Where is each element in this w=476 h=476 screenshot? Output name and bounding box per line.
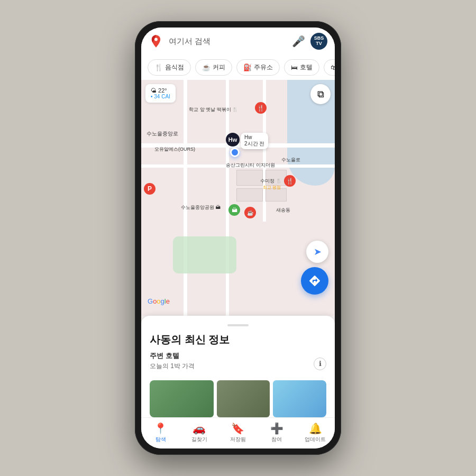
map-label-park: 수노을중앙공원 🏔 [181,204,221,211]
food-icon-marker-2: 🍴 [284,175,296,187]
park-icon-marker: 🏔 [228,204,240,216]
category-gas[interactable]: ⛽ 주유소 [236,59,280,76]
hotel-info-row: 주변 호텔 오늘의 1박 가격 ℹ [150,351,326,376]
building-block-1 [236,170,263,186]
road-vertical-2 [226,80,229,316]
svg-point-0 [154,38,158,41]
google-watermark: Google [148,297,170,305]
phone-device: 여기서 검색 🎤 SBS TV 🍴 음식점 ☕ 커피 ⛽ 주유소 🛏 호텔 [135,21,341,455]
category-coffee[interactable]: ☕ 커피 [195,59,232,76]
gas-label: 주유소 [254,63,273,72]
explore-icon: 📍 [154,422,167,435]
directions-nav-label: 길찾기 [191,436,207,443]
updates-icon: 🔔 [309,422,322,435]
food-marker-1[interactable]: 🍴 [255,102,267,114]
layer-button[interactable]: ⧉ [310,84,331,104]
building-block-3 [236,188,263,202]
weather-aqi: • 34 CAI [151,94,170,99]
hotel-images-row [150,380,326,417]
map-label-sumijung: 수미정 🍴 [260,178,282,185]
hotel-subtitle: 주변 호텔 [150,351,195,361]
hotel-image-1[interactable] [150,380,214,417]
p-marker[interactable]: P [144,183,155,195]
phone-screen: 여기서 검색 🎤 SBS TV 🍴 음식점 ☕ 커피 ⛽ 주유소 🛏 호텔 [141,28,335,448]
sheet-handle [227,324,249,326]
updates-label: 업데이트 [305,436,326,443]
profile-label: SBS TV [310,36,327,47]
compass-button[interactable]: ➤ [306,241,328,263]
bottom-nav: 📍 탐색 🚗 길찾기 🔖 저장됨 ➕ 참여 🔔 업데이트 [141,417,335,448]
map-area[interactable]: 🌤 22° • 34 CAI ⧉ 학교 앞 옛날 떡볶이 🍴 수노을중앙로 수노… [141,80,335,316]
park-area [173,236,236,273]
nav-contribute[interactable]: ➕ 참여 [263,422,290,443]
hw-callout-text: Hw2시간 전 [241,133,268,149]
google-maps-logo [149,34,163,49]
hw-avatar: Hw [226,133,240,147]
search-bar[interactable]: 여기서 검색 🎤 SBS TV [141,28,335,55]
hotel-icon: 🛏 [291,63,298,71]
category-hotel[interactable]: 🛏 호텔 [284,59,319,76]
gas-icon: ⛽ [243,63,252,71]
category-pills-row: 🍴 음식점 ☕ 커피 ⛽ 주유소 🛏 호텔 🛍 쇼핑 [141,55,335,80]
shopping-icon: 🛍 [331,63,335,71]
hotel-label: 호텔 [300,63,313,72]
map-label-best: 최고 평점 [263,185,281,190]
coffee-marker[interactable]: ☕ [244,207,256,218]
user-hw-marker: Hw [226,133,240,147]
nav-explore[interactable]: 📍 탐색 [148,422,174,443]
explore-label: 탐색 [155,436,166,443]
map-label-road1: 수노을중앙로 [147,130,178,138]
user-dot [230,148,240,157]
sheet-title: 사동의 최신 정보 [150,333,326,347]
food-icon: 🍴 [154,63,163,71]
directions-icon [308,274,321,287]
category-food[interactable]: 🍴 음식점 [148,59,191,76]
hw-callout: Hw2시간 전 [241,133,268,149]
coffee-icon-marker: ☕ [244,207,256,218]
nav-updates[interactable]: 🔔 업데이트 [302,422,328,443]
map-label-road2: 수노을로 [281,157,300,163]
directions-fab[interactable] [301,267,328,295]
profile-badge[interactable]: SBS TV [310,33,327,50]
category-shopping[interactable]: 🛍 쇼핑 [324,59,335,76]
nav-directions[interactable]: 🚗 길찾기 [186,422,213,443]
food-icon-marker-1: 🍴 [255,102,267,114]
info-icon[interactable]: ℹ [314,358,326,370]
hotel-image-2[interactable] [217,380,270,417]
weather-widget: 🌤 22° • 34 CAI [145,84,176,103]
coffee-icon: ☕ [202,63,210,71]
food-marker-2[interactable]: 🍴 [284,175,296,187]
road-vertical-1 [184,80,187,316]
nav-saved[interactable]: 🔖 저장됨 [225,422,251,443]
contribute-icon: ➕ [270,422,283,435]
bottom-sheet: 사동의 최신 정보 주변 호텔 오늘의 1박 가격 ℹ [141,316,335,417]
map-label-tteokbokki: 학교 앞 옛날 떡볶이 🍴 [189,106,238,113]
coffee-label: 커피 [213,63,225,72]
search-input[interactable]: 여기서 검색 [169,36,287,47]
map-label-ours: 오유알에스(OURS) [154,146,195,153]
saved-label: 저장됨 [230,436,246,443]
user-location-marker [230,148,240,157]
mic-icon[interactable]: 🎤 [292,35,305,48]
directions-nav-icon: 🚗 [193,422,206,435]
weather-temp: 🌤 22° [151,87,170,94]
saved-icon: 🔖 [231,422,244,435]
map-label-easytown: 송산그린시티 이지더원 [226,162,275,169]
p-icon-marker: P [144,183,155,195]
food-label: 음식점 [165,63,184,72]
map-label-saesong: 새송동 [276,207,290,214]
hotel-desc: 오늘의 1박 가격 [150,362,195,371]
hotel-image-3[interactable] [273,380,326,417]
park-marker[interactable]: 🏔 [228,204,240,216]
contribute-label: 참여 [271,436,282,443]
